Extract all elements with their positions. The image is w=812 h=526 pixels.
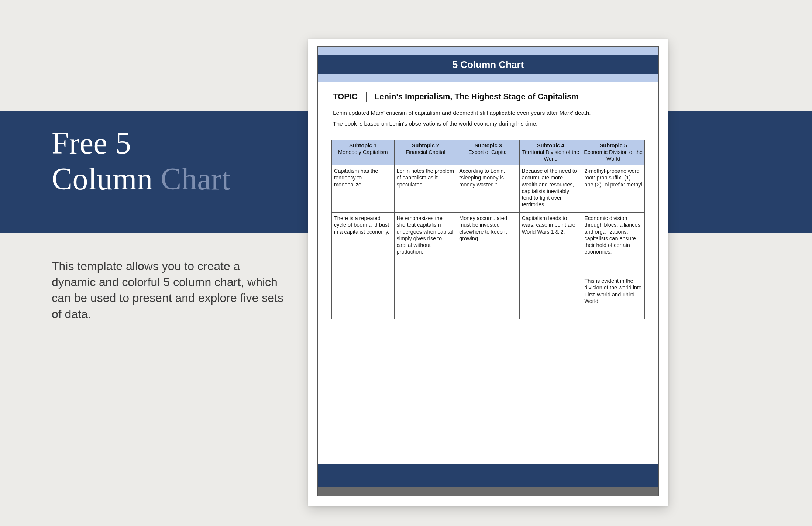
table-cell: [457, 275, 520, 319]
five-column-table: Subtopic 1Monopoly Capitalism Subtopic 2…: [331, 140, 645, 319]
col-header-3: Subtopic 3Export of Capital: [457, 140, 520, 165]
header-band-dark: 5 Column Chart: [318, 55, 658, 74]
table-cell: Lenin notes the problem of capitalism as…: [394, 165, 457, 213]
table-cell: There is a repeated cycle of boom and bu…: [332, 213, 395, 275]
table-cell: Capitalism has the tendency to monopoliz…: [332, 165, 395, 213]
col-header-5: Subtopic 5Economic Division of the World: [582, 140, 645, 165]
footer-band-gray: [318, 487, 658, 496]
document-title: 5 Column Chart: [453, 59, 524, 71]
header-band-light-2: [318, 74, 658, 82]
hero-title: Free 5 Column Chart: [52, 126, 230, 197]
hero-description: This template allows you to create a dyn…: [52, 258, 284, 322]
intro-paragraph-1: Lenin updated Marx' criticism of capital…: [333, 107, 643, 118]
table-row: There is a repeated cycle of boom and bu…: [332, 213, 645, 275]
hero-title-line1: Free 5: [52, 126, 131, 160]
table-cell: [394, 275, 457, 319]
table-cell: Economic division through blocs, allianc…: [582, 213, 645, 275]
table-row: This is evident in the division of the w…: [332, 275, 645, 319]
intro-paragraph-2: The book is based on Lenin's observation…: [333, 118, 643, 129]
table-cell: [519, 275, 582, 319]
table-cell: Because of the need to accumulate more w…: [519, 165, 582, 213]
table-row: Capitalism has the tendency to monopoliz…: [332, 165, 645, 213]
col-header-2: Subtopic 2Financial Capital: [394, 140, 457, 165]
hero-title-line2b: Chart: [161, 162, 230, 196]
table-cell: This is evident in the division of the w…: [582, 275, 645, 319]
table-cell: According to Lenin, “sleeping money is m…: [457, 165, 520, 213]
hero-title-line2a: Column: [52, 162, 161, 196]
table-cell: 2-methyl-propane word root: prop suffix:…: [582, 165, 645, 213]
intro-text: Lenin updated Marx' criticism of capital…: [318, 104, 658, 129]
col-header-1: Subtopic 1Monopoly Capitalism: [332, 140, 395, 165]
document-page: 5 Column Chart TOPIC Lenin's Imperialism…: [317, 46, 659, 496]
table-cell: [332, 275, 395, 319]
topic-row: TOPIC Lenin's Imperialism, The Highest S…: [318, 82, 658, 104]
table-cell: He emphasizes the shortcut capitalism un…: [394, 213, 457, 275]
table-cell: Capitalism leads to wars, case in point …: [519, 213, 582, 275]
col-header-4: Subtopic 4Territorial Division of the Wo…: [519, 140, 582, 165]
table-header-row: Subtopic 1Monopoly Capitalism Subtopic 2…: [332, 140, 645, 165]
topic-title: Lenin's Imperialism, The Highest Stage o…: [375, 92, 579, 102]
table-cell: Money accumulated must be invested elsew…: [457, 213, 520, 275]
footer-band-dark: [318, 464, 658, 487]
document-preview: 5 Column Chart TOPIC Lenin's Imperialism…: [308, 39, 668, 506]
header-band-light: [318, 47, 658, 55]
topic-label: TOPIC: [333, 92, 367, 102]
